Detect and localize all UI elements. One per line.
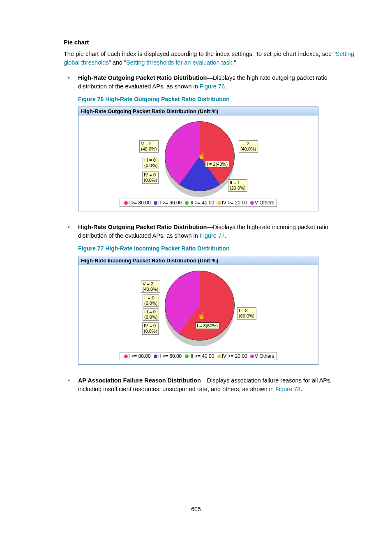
legend-item: V Others <box>255 200 274 206</box>
intro-text-post: ." <box>232 59 236 66</box>
list-item: High-Rate Outgoing Packet Ratio Distribu… <box>64 223 354 365</box>
legend-item: I >= 80.00 <box>129 353 151 359</box>
item-period: . <box>225 232 226 239</box>
chart-legend-77: I >= 80.00 II >= 60.00 III >= 40.00 IV >… <box>78 350 318 364</box>
legend-item: III >= 40.00 <box>189 353 214 359</box>
legend-item: II >= 60.00 <box>158 200 182 206</box>
legend-item: I >= 80.00 <box>129 200 151 206</box>
intro-paragraph: The pie chart of each index is displayed… <box>64 50 354 67</box>
callout-iv: IV = 0(0.0%) <box>142 171 159 184</box>
figure-ref-77[interactable]: Figure 77 <box>200 232 225 239</box>
legend-item: III >= 40.00 <box>189 200 214 206</box>
callout-i: I = 3(60.0%) <box>237 307 256 320</box>
callout-i: I = 2(40.0%) <box>239 140 258 153</box>
intro-text: The pie chart of each index is displayed… <box>64 51 336 57</box>
callout-ii: II = 0(0.0%) <box>143 294 159 307</box>
callout-iii: III = 0(0.0%) <box>143 308 159 321</box>
chart-container-76: High-Rate Outgoing Packet Ratio Distribu… <box>78 107 318 211</box>
list-item: AP Association Failure Reason Distributi… <box>64 376 354 394</box>
legend-item: V Others <box>255 353 274 359</box>
pie-chart-77[interactable] <box>165 271 235 341</box>
page-number: 605 <box>0 506 392 512</box>
figure-ref-76[interactable]: Figure 76 <box>200 83 225 90</box>
intro-text-mid: " and " <box>109 59 127 66</box>
legend-item: IV >= 20.00 <box>222 200 247 206</box>
legend-item: IV >= 20.00 <box>222 353 247 359</box>
callout-iii: III = 0(0.0%) <box>143 157 159 169</box>
item-title: High-Rate Outgoing Packet Ratio Distribu… <box>78 74 207 81</box>
item-title: AP Association Failure Reason Distributi… <box>78 377 201 384</box>
callout-v: V = 2(40.0%) <box>141 280 160 293</box>
figure-caption-77: Figure 77 High-Rate Incoming Packet Rati… <box>78 245 354 252</box>
callout-iv: IV = 0(0.0%) <box>142 322 159 335</box>
item-title: High-Rate Outgoing Packet Ratio Distribu… <box>78 224 207 230</box>
pie-tooltip: I = 2(40%) <box>205 161 229 167</box>
figure-caption-76: Figure 76 High-Rate Outgoing Packet Rati… <box>78 96 354 102</box>
chart-title-76: High-Rate Outgoing Packet Ratio Distribu… <box>78 107 318 116</box>
item-period: . <box>300 386 302 392</box>
item-period: . <box>225 83 226 90</box>
chart-title-77: High-Rate Incoming Packet Ratio Distribu… <box>78 256 318 265</box>
section-heading: Pie chart <box>64 39 354 46</box>
chart-container-77: High-Rate Incoming Packet Ratio Distribu… <box>78 256 318 365</box>
callout-v: V = 2(40.0%) <box>139 140 159 153</box>
pie-tooltip: I = 3(60%) <box>195 322 219 329</box>
figure-ref-78[interactable]: Figure 78 <box>275 386 300 392</box>
link-eval-task-thresholds[interactable]: Setting thresholds for an evaluation tas… <box>126 59 232 66</box>
list-item: High-Rate Outgoing Packet Ratio Distribu… <box>64 74 354 211</box>
chart-legend-76: I >= 80.00 II >= 60.00 III >= 40.00 IV >… <box>78 197 318 211</box>
pie-chart-76[interactable] <box>165 121 235 191</box>
legend-item: II >= 60.00 <box>158 353 182 359</box>
callout-ii: II = 1(20.0%) <box>228 179 247 192</box>
